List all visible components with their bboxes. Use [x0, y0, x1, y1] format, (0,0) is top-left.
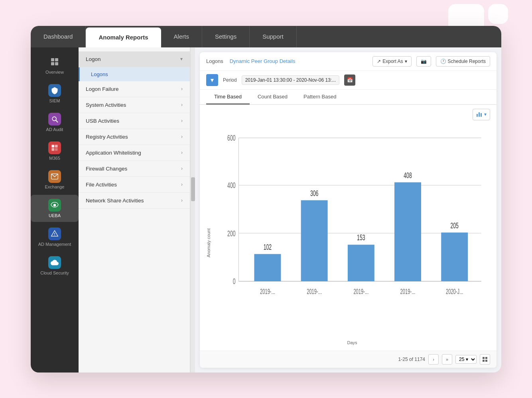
- breadcrumb-link[interactable]: Dynamic Peer Group Details: [230, 58, 296, 64]
- tab-dashboard[interactable]: Dashboard: [31, 26, 86, 47]
- svg-rect-44: [485, 357, 487, 359]
- svg-text:306: 306: [310, 188, 318, 197]
- page-size-select[interactable]: 25 ▾ 50 100: [455, 355, 477, 364]
- svg-text:2019-...: 2019-...: [353, 287, 368, 295]
- top-nav: Dashboard Anomaly Reports Alerts Setting…: [31, 26, 501, 47]
- application-whitelisting-arrow-icon: ›: [181, 150, 183, 155]
- svg-rect-45: [483, 360, 485, 362]
- menu-label-logon-failure: Logon Failure: [86, 86, 119, 92]
- svg-rect-6: [52, 145, 55, 147]
- tab-support[interactable]: Support: [250, 26, 297, 47]
- app-window: Dashboard Anomaly Reports Alerts Setting…: [31, 26, 501, 373]
- calendar-icon: 📅: [347, 77, 353, 83]
- exchange-icon: [48, 170, 61, 183]
- menu-scrollbar[interactable]: [190, 47, 195, 373]
- panel-header: Logons Dynamic Peer Group Details ↗ Expo…: [200, 52, 497, 71]
- logon-failure-arrow-icon: ›: [181, 86, 183, 92]
- tab-anomaly-reports[interactable]: Anomaly Reports: [86, 27, 161, 47]
- svg-text:408: 408: [404, 171, 412, 179]
- svg-rect-9: [55, 148, 58, 151]
- breadcrumb-current: Logons: [206, 58, 223, 64]
- breadcrumb-area: Logons Dynamic Peer Group Details: [206, 58, 295, 64]
- next-page-button[interactable]: ›: [428, 354, 439, 365]
- svg-rect-40: [441, 232, 468, 281]
- svg-rect-3: [55, 62, 58, 65]
- last-page-button[interactable]: »: [442, 354, 452, 365]
- svg-rect-31: [301, 200, 328, 281]
- scrollbar-thumb: [191, 177, 195, 201]
- ueba-icon: [48, 199, 61, 212]
- menu-label-logon: Logon: [86, 56, 101, 62]
- export-button[interactable]: ↗ Export As ▾: [372, 56, 411, 67]
- sidebar-label-ueba: UEBA: [49, 213, 61, 218]
- menu-item-system-activities[interactable]: System Activities ›: [79, 97, 190, 113]
- menu-item-logon[interactable]: Logon ▾: [79, 51, 190, 67]
- siem-icon: [48, 84, 61, 97]
- sidebar-item-overview[interactable]: Overview: [31, 51, 79, 78]
- svg-text:102: 102: [264, 242, 272, 251]
- chart-inner: 600 400 200 0 102 2019-... 306: [214, 124, 490, 347]
- chart-wrapper: Anomaly count: [206, 124, 490, 347]
- menu-label-file-activities: File Activities: [86, 182, 117, 188]
- menu-label-application-whitelisting: Application Whitelisting: [86, 150, 141, 156]
- bar-chart-icon: [476, 111, 483, 118]
- svg-rect-28: [254, 254, 281, 281]
- chart-svg: 600 400 200 0 102 2019-... 306: [214, 124, 490, 339]
- tab-count-based[interactable]: Count Based: [250, 90, 296, 104]
- sidebar-item-ueba[interactable]: UEBA: [31, 195, 79, 222]
- svg-text:200: 200: [227, 229, 235, 237]
- svg-rect-8: [52, 148, 55, 151]
- menu-sub-item-logons[interactable]: Logons: [79, 67, 190, 81]
- menu-label-usb-activities: USB Activities: [86, 118, 119, 124]
- svg-text:600: 600: [227, 133, 235, 142]
- tab-time-based[interactable]: Time Based: [206, 90, 250, 104]
- grid-view-button[interactable]: [480, 354, 490, 365]
- menu-label-registry-activities: Registry Activities: [86, 134, 128, 140]
- menu-item-logon-failure[interactable]: Logon Failure ›: [79, 81, 190, 97]
- schedule-label: Schedule Reports: [448, 59, 486, 64]
- filter-button[interactable]: ▼: [206, 74, 218, 86]
- svg-rect-2: [51, 62, 54, 65]
- chart-canvas: 600 400 200 0 102 2019-... 306: [214, 124, 490, 339]
- menu-item-network-share-activities[interactable]: Network Share Activities ›: [79, 193, 190, 209]
- menu-item-file-activities[interactable]: File Activities ›: [79, 177, 190, 193]
- svg-rect-15: [477, 114, 478, 117]
- filter-icon: ▼: [209, 77, 215, 83]
- tab-alerts[interactable]: Alerts: [161, 26, 202, 47]
- menu-label-network-share-activities: Network Share Activities: [86, 198, 144, 204]
- chart-type-button[interactable]: ▾: [473, 109, 490, 120]
- tab-pattern-based[interactable]: Pattern Based: [296, 90, 344, 104]
- svg-point-14: [54, 235, 55, 235]
- page-info: 1-25 of 1174: [398, 357, 425, 362]
- svg-rect-0: [51, 58, 54, 61]
- chart-area: ▾ Anomaly count: [200, 105, 497, 351]
- schedule-button[interactable]: 🕐 Schedule Reports: [436, 56, 490, 67]
- svg-rect-46: [485, 360, 487, 362]
- svg-text:205: 205: [450, 221, 458, 229]
- content-area: Overview SIEM AD Audit: [31, 47, 501, 373]
- menu-item-usb-activities[interactable]: USB Activities ›: [79, 113, 190, 129]
- sidebar-label-m365: M365: [49, 156, 60, 161]
- sidebar-item-exchange[interactable]: Exchange: [31, 166, 79, 193]
- chart-toolbar: ▾: [206, 109, 490, 120]
- sidebar-item-ad-audit[interactable]: AD Audit: [31, 109, 79, 136]
- svg-rect-17: [481, 113, 482, 117]
- export-icon: ↗: [377, 59, 381, 64]
- svg-rect-16: [479, 112, 480, 117]
- svg-point-11: [53, 204, 56, 206]
- sidebar-item-ad-management[interactable]: AD Management: [31, 224, 79, 251]
- menu-item-firewall-changes[interactable]: Firewall Changes ›: [79, 161, 190, 177]
- period-label: Period: [223, 77, 237, 83]
- tab-settings[interactable]: Settings: [202, 26, 250, 47]
- menu-item-registry-activities[interactable]: Registry Activities ›: [79, 129, 190, 145]
- main-panel: Logons Dynamic Peer Group Details ↗ Expo…: [200, 52, 497, 368]
- sidebar-label-siem: SIEM: [49, 98, 60, 103]
- camera-button[interactable]: 📷: [416, 56, 431, 67]
- sidebar-item-cloud-security[interactable]: Cloud Security: [31, 252, 79, 279]
- sidebar-item-siem[interactable]: SIEM: [31, 80, 79, 107]
- camera-icon: 📷: [421, 59, 427, 64]
- file-activities-arrow-icon: ›: [181, 182, 183, 187]
- calendar-button[interactable]: 📅: [344, 75, 355, 86]
- menu-item-application-whitelisting[interactable]: Application Whitelisting ›: [79, 145, 190, 161]
- sidebar-item-m365[interactable]: M365: [31, 137, 79, 165]
